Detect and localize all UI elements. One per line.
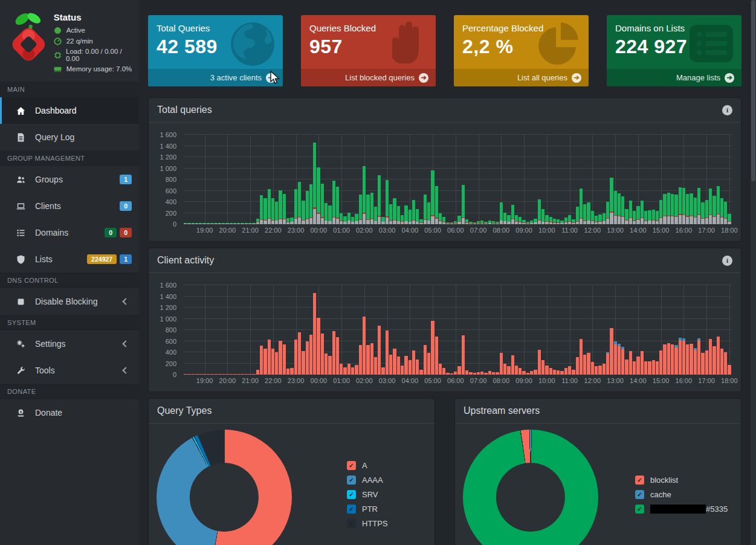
bar: [484, 135, 487, 224]
bar: [469, 285, 472, 375]
bar: [355, 285, 358, 375]
sidebar-item-tools[interactable]: Tools: [0, 357, 139, 384]
card-footer-link[interactable]: Manage lists➔: [607, 69, 741, 86]
legend-checkbox[interactable]: ✓: [635, 490, 644, 499]
legend-item: ✓A: [347, 461, 388, 470]
bar: [705, 285, 708, 375]
bar: [690, 135, 693, 224]
bar: [419, 285, 422, 375]
bar: [694, 285, 697, 375]
bar: [709, 285, 712, 375]
y-axis-tick: 0: [173, 221, 176, 228]
bar: [697, 135, 700, 224]
legend-checkbox[interactable]: ✓: [347, 461, 356, 470]
bar: [256, 135, 259, 224]
legend-label: AAAA: [362, 476, 383, 485]
bar: [279, 285, 282, 375]
y-axis-tick: 1 600: [160, 282, 176, 289]
legend-checkbox[interactable]: ✓: [347, 505, 356, 514]
bar: [237, 285, 240, 375]
bar: [202, 135, 205, 224]
bar: [271, 285, 274, 375]
bar: [366, 135, 369, 224]
legend-checkbox[interactable]: ✓: [635, 505, 644, 514]
bar: [446, 135, 449, 224]
bar: [583, 285, 586, 375]
sidebar-item-clients[interactable]: Clients0: [0, 193, 139, 219]
sidebar-item-donate[interactable]: $Donate: [0, 399, 139, 426]
card-value: 2,2 %: [454, 33, 589, 58]
bar: [241, 135, 244, 224]
bar: [572, 135, 575, 224]
info-icon[interactable]: i: [722, 256, 732, 266]
bar: [618, 135, 621, 224]
sidebar-item-domains[interactable]: Domains00: [0, 219, 139, 246]
x-axis-tick: 17:00: [698, 227, 715, 234]
bar: [252, 135, 255, 224]
nav-section-label: DONATE: [0, 384, 139, 399]
chevron-left-icon: [122, 340, 129, 347]
sidebar-item-disable-blocking[interactable]: Disable Blocking: [0, 288, 139, 315]
bar: [332, 285, 335, 375]
chevron-left-icon: [122, 367, 129, 373]
sidebar-item-label: Lists: [35, 254, 79, 264]
card-footer-link[interactable]: List all queries➔: [454, 69, 589, 86]
sidebar-item-groups[interactable]: Groups1: [0, 166, 139, 193]
x-axis-tick: 05:00: [424, 377, 441, 384]
bar: [519, 285, 522, 375]
legend-item: ✓HTTPS: [347, 519, 388, 528]
bar: [614, 135, 617, 224]
sidebar-item-settings[interactable]: Settings: [0, 331, 139, 357]
sidebar-item-label: Clients: [35, 201, 111, 211]
sidebar-item-dashboard[interactable]: Dashboard: [0, 97, 139, 124]
bar: [712, 285, 716, 375]
pihole-logo-icon: [6, 7, 51, 65]
bar: [222, 135, 225, 224]
scrollbar-thumb[interactable]: [751, 0, 755, 181]
gears-icon: [15, 338, 27, 349]
bar: [724, 285, 727, 375]
card-total-queries: Total Queries42 5893 active clients➔: [148, 15, 283, 86]
legend-label: cache: [650, 490, 671, 499]
legend-item: ✓AAAA: [347, 476, 388, 485]
x-axis-tick: 14:00: [630, 227, 647, 234]
x-axis-tick: 19:00: [196, 227, 213, 234]
sidebar: Status Active22 q/minLoad: 0.00 / 0.00 /…: [0, 0, 139, 545]
arrow-circle-right-icon: ➔: [725, 73, 734, 83]
bar: [442, 285, 445, 375]
card-footer-link[interactable]: 3 active clients➔: [148, 69, 283, 86]
panel-title: Upstream servers: [464, 405, 540, 416]
total-queries-chart: 02004006008001 0001 2001 4001 60019:0020…: [149, 123, 741, 241]
bar: [507, 135, 510, 224]
bar: [717, 285, 720, 375]
legend-checkbox[interactable]: ✓: [635, 476, 644, 485]
sidebar-item-lists[interactable]: Lists2249271: [0, 246, 139, 272]
card-footer-link[interactable]: List blocked queries➔: [301, 69, 436, 86]
card-label: Queries Blocked: [301, 15, 436, 33]
legend-label: blocklist: [650, 476, 678, 485]
bar: [207, 285, 210, 375]
info-icon[interactable]: i: [722, 105, 732, 115]
bar: [424, 135, 427, 224]
bar: [401, 135, 404, 224]
legend-checkbox[interactable]: ✓: [347, 476, 356, 485]
bar: [286, 135, 289, 224]
sidebar-item-label: Groups: [35, 175, 111, 184]
x-axis-tick: 22:00: [265, 227, 282, 234]
bar: [404, 135, 407, 224]
bar: [192, 135, 195, 224]
panel-header: Client activity i: [149, 248, 741, 273]
bar: [317, 135, 320, 224]
sidebar-item-query-log[interactable]: Query Log: [0, 124, 139, 150]
bar: [682, 285, 685, 375]
bar: [202, 285, 205, 375]
upstream-servers-donut: [463, 430, 598, 545]
bar: [332, 135, 335, 224]
x-axis-tick: 02:00: [356, 227, 373, 234]
vertical-scrollbar[interactable]: [751, 0, 756, 545]
bar: [648, 285, 651, 375]
x-axis-tick: 10:00: [538, 377, 555, 384]
legend-checkbox[interactable]: ✓: [347, 490, 356, 499]
legend-checkbox[interactable]: ✓: [347, 519, 356, 528]
bar: [705, 135, 708, 224]
